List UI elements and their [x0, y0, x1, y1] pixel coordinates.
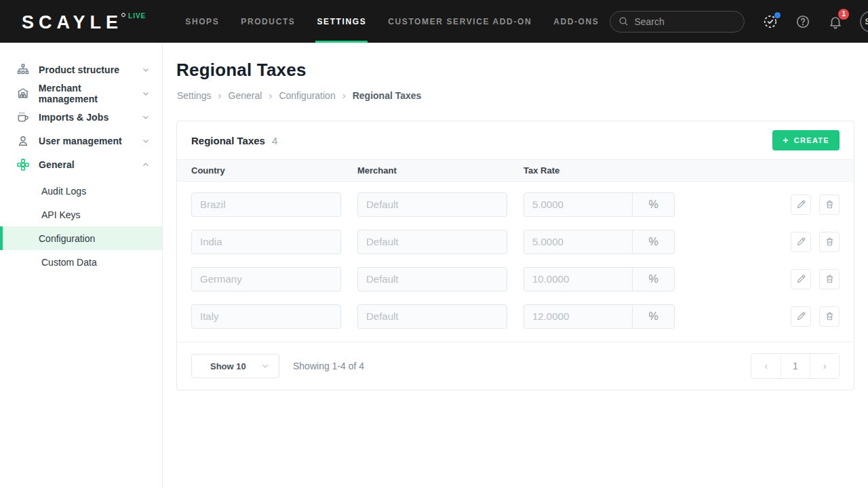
nav-item-add-ons[interactable]: ADD-ONS	[542, 0, 610, 43]
table-row: %	[177, 186, 854, 223]
create-button[interactable]: + CREATE	[772, 130, 840, 150]
chevron-down-icon	[142, 66, 150, 74]
delete-button[interactable]	[819, 306, 840, 327]
breadcrumb-general[interactable]: General	[229, 90, 262, 101]
country-field	[191, 230, 341, 254]
chevron-down-icon	[142, 89, 150, 98]
percent-suffix: %	[632, 268, 674, 291]
previous-page-button[interactable]: ‹	[751, 354, 781, 378]
main-navigation: SHOPS PRODUCTS SETTINGS CUSTOMER SERVICE…	[174, 0, 610, 43]
logo-text: SCAYLE	[22, 14, 123, 32]
status-dot-badge	[774, 12, 781, 18]
sidebar-item-user-management[interactable]: User management	[0, 129, 162, 152]
sidebar-item-imports-jobs[interactable]: Imports & Jobs	[0, 105, 162, 129]
nav-item-shops[interactable]: SHOPS	[174, 0, 230, 43]
row-actions	[791, 232, 840, 252]
edit-button[interactable]	[791, 306, 811, 327]
next-page-button[interactable]: ›	[810, 354, 839, 378]
current-page-number[interactable]: 1	[781, 354, 810, 378]
column-header-merchant: Merchant	[357, 165, 524, 176]
plus-icon: +	[783, 136, 789, 145]
row-actions	[791, 195, 840, 215]
page-size-label: Show 10	[210, 361, 246, 371]
sidebar-subitem-configuration[interactable]: Configuration	[0, 226, 162, 250]
create-button-label: CREATE	[794, 136, 829, 144]
showing-count-text: Showing 1-4 of 4	[293, 361, 364, 371]
tax-rate-field	[524, 230, 632, 253]
logo-circle-icon	[121, 13, 125, 17]
card-header: Regional Taxes 4 + CREATE	[177, 121, 854, 159]
chevron-up-icon	[142, 161, 150, 169]
user-menu[interactable]: SB	[860, 11, 868, 33]
merchant-field	[357, 230, 507, 254]
page-size-select[interactable]: Show 10	[191, 354, 279, 378]
main-content: Regional Taxes Settings › General › Conf…	[163, 43, 868, 488]
sidebar-subitem-custom-data[interactable]: Custom Data	[0, 250, 162, 274]
pagination: ‹ 1 ›	[751, 353, 840, 379]
breadcrumb: Settings › General › Configuration › Reg…	[177, 89, 868, 101]
nav-item-settings[interactable]: SETTINGS	[306, 0, 377, 43]
org-chart-icon	[16, 63, 30, 77]
trash-icon	[825, 237, 835, 247]
tasks-status-button[interactable]	[762, 14, 778, 30]
tax-rate-field-group: %	[524, 230, 675, 254]
merchant-field	[357, 304, 507, 329]
card-title: Regional Taxes	[191, 135, 265, 146]
modules-icon	[16, 158, 30, 171]
sidebar-item-label: Merchant management	[39, 83, 142, 104]
sidebar-item-merchant-management[interactable]: Merchant management	[0, 81, 162, 105]
sidebar-subitem-api-keys[interactable]: API Keys	[0, 203, 162, 226]
trash-icon	[825, 311, 835, 321]
percent-suffix: %	[632, 305, 674, 328]
search-box[interactable]	[610, 11, 745, 33]
merchant-field	[357, 267, 507, 291]
general-subnav: Audit Logs API Keys Configuration Custom…	[0, 176, 162, 278]
sidebar: Product structure Merchant management Im…	[0, 43, 163, 488]
nav-item-products[interactable]: PRODUCTS	[230, 0, 306, 43]
chevron-down-icon	[142, 113, 150, 121]
search-input[interactable]	[634, 16, 736, 27]
nav-item-customer-service-add-on[interactable]: CUSTOMER SERVICE ADD-ON	[377, 0, 542, 43]
pencil-icon	[796, 311, 806, 321]
tax-rate-field-group: %	[524, 304, 675, 329]
sidebar-item-general[interactable]: General	[0, 152, 162, 176]
breadcrumb-configuration[interactable]: Configuration	[279, 90, 335, 101]
breadcrumb-settings[interactable]: Settings	[177, 90, 212, 101]
country-field	[191, 192, 341, 217]
edit-button[interactable]	[791, 232, 811, 252]
percent-suffix: %	[632, 193, 674, 216]
delete-button[interactable]	[819, 269, 840, 289]
sidebar-subitem-audit-logs[interactable]: Audit Logs	[0, 179, 162, 203]
tax-rate-field-group: %	[524, 192, 675, 217]
delete-button[interactable]	[819, 232, 840, 252]
page-title: Regional Taxes	[176, 60, 868, 81]
sidebar-item-product-structure[interactable]: Product structure	[0, 58, 162, 81]
delete-button[interactable]	[819, 195, 840, 215]
question-mark-icon	[795, 14, 810, 29]
edit-button[interactable]	[791, 269, 811, 289]
scayle-logo: SCAYLE LIVE	[22, 12, 146, 32]
avatar: SB	[860, 11, 868, 33]
percent-suffix: %	[632, 230, 674, 253]
help-button[interactable]	[795, 14, 811, 30]
tax-rate-field-group: %	[524, 267, 675, 291]
pencil-icon	[796, 274, 806, 284]
table-row: %	[177, 298, 854, 335]
pencil-icon	[796, 237, 806, 247]
sidebar-item-label: Imports & Jobs	[39, 112, 108, 123]
tax-rate-field	[524, 193, 632, 216]
live-environment-badge: LIVE	[128, 12, 146, 20]
breadcrumb-separator-icon: ›	[342, 89, 346, 101]
edit-button[interactable]	[791, 195, 811, 215]
tax-rate-field	[524, 268, 632, 291]
record-count: 4	[272, 135, 277, 146]
column-header-country: Country	[191, 165, 357, 176]
chevron-down-icon	[142, 137, 150, 145]
table-row: %	[177, 223, 854, 260]
regional-taxes-card: Regional Taxes 4 + CREATE Country Mercha…	[176, 121, 854, 390]
sidebar-item-label: General	[39, 159, 75, 170]
chevron-down-icon	[261, 362, 269, 370]
card-footer: Show 10 Showing 1-4 of 4 ‹ 1 ›	[177, 342, 854, 390]
notifications-button[interactable]: 1	[827, 14, 844, 30]
table-body: % %	[177, 182, 854, 342]
